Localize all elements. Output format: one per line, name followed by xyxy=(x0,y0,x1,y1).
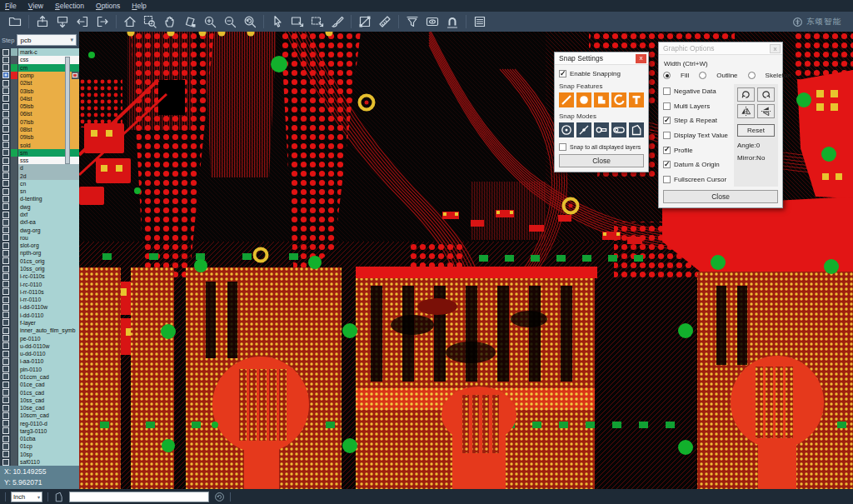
pan-button[interactable] xyxy=(160,13,180,31)
close-icon[interactable]: x xyxy=(636,54,646,63)
line-tool-button[interactable] xyxy=(355,13,375,31)
layer-row-mark-c[interactable]: mark-c xyxy=(0,48,79,56)
snap-feature-circle-button[interactable] xyxy=(576,92,591,107)
menu-file[interactable]: File xyxy=(5,2,17,10)
layer-row-saf0110[interactable]: saf0110 xyxy=(0,458,79,466)
layer-row-dxf[interactable]: dxf xyxy=(0,211,79,218)
layer-color-swatch[interactable] xyxy=(11,64,18,72)
option-row-fullscreen-cursor[interactable]: Fullscreen Cursor xyxy=(663,172,734,187)
rotate-ccw-button[interactable] xyxy=(757,87,775,102)
layer-row-rou[interactable]: rou xyxy=(0,234,79,242)
layer-color-swatch[interactable] xyxy=(11,288,18,296)
layer-color-swatch[interactable] xyxy=(11,334,18,342)
snap-dialog-titlebar[interactable]: Snap Settings x xyxy=(555,52,648,65)
layer-color-swatch[interactable] xyxy=(11,435,18,442)
layer-row-pe-0110[interactable]: pe-0110 xyxy=(0,334,79,342)
layer-visibility-checkbox[interactable] xyxy=(0,288,11,296)
layer-color-swatch[interactable] xyxy=(11,242,18,249)
layer-row-npth-org[interactable]: npth-org xyxy=(0,249,79,257)
menu-help[interactable]: Help xyxy=(132,2,146,10)
layer-color-swatch[interactable] xyxy=(11,149,18,157)
checkbox-datum-origin[interactable] xyxy=(663,161,671,168)
option-row-display-text-value[interactable]: Display Text Value xyxy=(663,128,734,143)
page-icon[interactable] xyxy=(53,492,64,502)
menu-selection[interactable]: Selection xyxy=(55,2,84,10)
snap-mode-slot-button[interactable] xyxy=(611,122,626,137)
layer-color-swatch[interactable] xyxy=(11,442,18,450)
import-down-button[interactable] xyxy=(52,13,72,31)
layer-visibility-checkbox[interactable] xyxy=(0,242,11,249)
layer-row-i-rc-0110[interactable]: i-rc-0110 xyxy=(0,280,79,287)
layer-visibility-checkbox[interactable] xyxy=(0,72,11,79)
layer-color-swatch[interactable] xyxy=(11,56,18,63)
export-right-button[interactable] xyxy=(92,13,112,31)
layer-color-swatch[interactable] xyxy=(11,272,18,280)
layer-color-swatch[interactable] xyxy=(11,110,18,117)
layer-visibility-checkbox[interactable] xyxy=(0,87,11,94)
layer-row-10ss_orig[interactable]: 10ss_orig xyxy=(0,265,79,272)
option-row-multi-layers[interactable]: Multi Layers xyxy=(663,99,734,114)
layer-row-u-dd-0110w[interactable]: u-dd-0110w xyxy=(0,342,79,350)
layer-visibility-checkbox[interactable] xyxy=(0,420,11,427)
layer-row-i-dd-0110w[interactable]: i-dd-0110w xyxy=(0,303,79,311)
layer-color-swatch[interactable] xyxy=(11,133,18,141)
layer-row-01cp[interactable]: 01cp xyxy=(0,442,79,450)
layer-visibility-checkbox[interactable] xyxy=(0,435,11,442)
pcb-canvas[interactable]: Snap Settings x Enable Snapping Snap Fea… xyxy=(79,32,853,489)
layer-visibility-checkbox[interactable] xyxy=(0,195,11,202)
layer-panel-button[interactable] xyxy=(470,13,490,31)
layer-color-swatch[interactable] xyxy=(11,257,18,265)
layer-color-swatch[interactable] xyxy=(11,226,18,233)
layer-visibility-checkbox[interactable] xyxy=(0,327,11,334)
layer-visibility-checkbox[interactable] xyxy=(0,381,11,388)
view-options-button[interactable] xyxy=(422,13,442,31)
rotate-cw-button[interactable] xyxy=(737,87,755,102)
layer-visibility-checkbox[interactable] xyxy=(0,366,11,373)
layer-visibility-checkbox[interactable] xyxy=(0,427,11,435)
layer-row-dwg-org[interactable]: dwg-org xyxy=(0,226,79,233)
layer-visibility-checkbox[interactable] xyxy=(0,234,11,242)
layer-row-d-tenting[interactable]: d-tenting xyxy=(0,195,79,202)
import-up-button[interactable] xyxy=(32,13,52,31)
measure-button[interactable] xyxy=(375,13,395,31)
layer-visibility-checkbox[interactable] xyxy=(0,404,11,412)
zoom-out-button[interactable] xyxy=(220,13,240,31)
layer-color-swatch[interactable] xyxy=(11,249,18,257)
layer-visibility-checkbox[interactable] xyxy=(0,95,11,102)
layer-visibility-checkbox[interactable] xyxy=(0,79,11,87)
layer-visibility-checkbox[interactable] xyxy=(0,102,11,110)
menu-view[interactable]: View xyxy=(28,2,43,10)
layer-color-swatch[interactable] xyxy=(11,234,18,242)
mirror-vertical-button[interactable] xyxy=(757,104,775,118)
layer-row-i-dd-0110[interactable]: i-dd-0110 xyxy=(0,312,79,319)
layer-row-10se_cad[interactable]: 10se_cad xyxy=(0,404,79,412)
snap-all-layers-checkbox[interactable] xyxy=(559,143,566,151)
layer-color-swatch[interactable] xyxy=(11,427,18,435)
layer-visibility-checkbox[interactable] xyxy=(0,226,11,233)
snap-mode-center-button[interactable] xyxy=(559,122,574,137)
close-icon[interactable]: x xyxy=(770,44,781,53)
menu-options[interactable]: Options xyxy=(96,2,120,10)
layer-color-swatch[interactable] xyxy=(11,211,18,218)
layer-row-pin-0110[interactable]: pin-0110 xyxy=(0,366,79,373)
layer-color-swatch[interactable] xyxy=(11,319,18,327)
zoom-previous-button[interactable] xyxy=(240,13,260,31)
layer-visibility-checkbox[interactable] xyxy=(0,319,11,327)
layer-visibility-checkbox[interactable] xyxy=(0,141,11,148)
layer-visibility-checkbox[interactable] xyxy=(0,397,11,404)
layer-row-inner_auto_film_symb[interactable]: inner_auto_film_symb xyxy=(0,327,79,334)
layer-color-swatch[interactable] xyxy=(11,312,18,319)
layer-color-swatch[interactable] xyxy=(11,420,18,427)
layer-color-swatch[interactable] xyxy=(11,357,18,365)
layer-visibility-checkbox[interactable] xyxy=(0,164,11,172)
layer-visibility-checkbox[interactable] xyxy=(0,458,11,466)
select-rect-button[interactable] xyxy=(287,13,307,31)
option-row-datum-origin[interactable]: Datum & Origin xyxy=(663,157,734,172)
layer-visibility-checkbox[interactable] xyxy=(0,442,11,450)
open-button[interactable] xyxy=(5,13,25,31)
snap-feature-line-button[interactable] xyxy=(559,92,574,107)
refresh-icon[interactable] xyxy=(214,492,225,502)
layer-color-swatch[interactable] xyxy=(11,342,18,350)
layer-row-d[interactable]: d xyxy=(0,164,79,172)
layer-color-swatch[interactable] xyxy=(11,451,18,458)
